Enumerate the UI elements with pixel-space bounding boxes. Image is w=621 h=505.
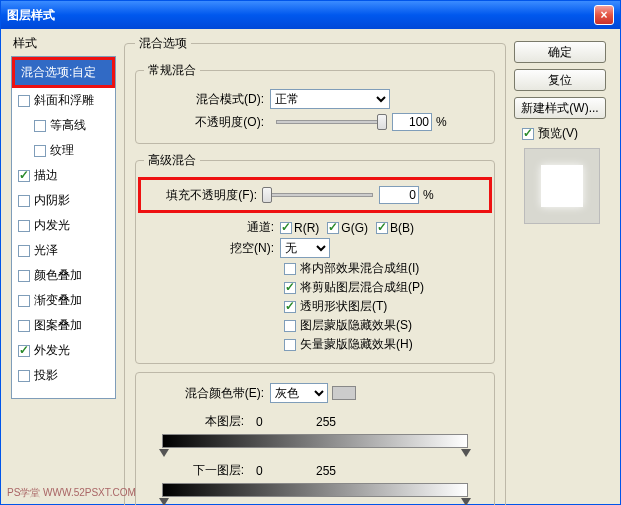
chan-b-label: B(B) — [390, 221, 414, 235]
fill-opacity-input[interactable] — [379, 186, 419, 204]
option-checkbox[interactable] — [284, 263, 296, 275]
style-item-label: 图案叠加 — [34, 317, 82, 334]
style-item[interactable]: 颜色叠加 — [12, 263, 115, 288]
option-label: 将内部效果混合成组(I) — [300, 260, 419, 277]
style-item-label: 渐变叠加 — [34, 292, 82, 309]
style-item-label: 投影 — [34, 367, 58, 384]
blend-options-title: 混合选项 — [135, 35, 191, 52]
style-item[interactable]: 描边 — [12, 163, 115, 188]
style-item-label: 斜面和浮雕 — [34, 92, 94, 109]
style-checkbox[interactable] — [18, 370, 30, 382]
general-blend-title: 常规混合 — [144, 62, 200, 79]
fill-opacity-label: 填充不透明度(F): — [149, 187, 257, 204]
blendif-label: 混合颜色带(E): — [144, 385, 264, 402]
style-checkbox[interactable] — [34, 120, 46, 132]
style-checkbox[interactable] — [18, 345, 30, 357]
opacity-input[interactable] — [392, 113, 432, 131]
style-item[interactable]: 等高线 — [12, 113, 115, 138]
style-checkbox[interactable] — [18, 295, 30, 307]
blend-options-group: 混合选项 常规混合 混合模式(D): 正常 不透明度(O): % — [124, 35, 506, 505]
under-layer-min: 0 — [256, 464, 316, 478]
opacity-label: 不透明度(O): — [144, 114, 264, 131]
option-row: 矢量蒙版隐藏效果(H) — [284, 336, 486, 353]
style-item-label: 描边 — [34, 167, 58, 184]
style-item-label: 颜色叠加 — [34, 267, 82, 284]
style-item-label: 外发光 — [34, 342, 70, 359]
option-label: 将剪贴图层混合成组(P) — [300, 279, 424, 296]
under-layer-gradient[interactable] — [162, 483, 468, 497]
chan-g-checkbox[interactable] — [327, 222, 339, 234]
style-item[interactable]: 光泽 — [12, 238, 115, 263]
style-item[interactable]: 内阴影 — [12, 188, 115, 213]
style-checkbox[interactable] — [18, 245, 30, 257]
blend-mode-select[interactable]: 正常 — [270, 89, 390, 109]
style-checkbox[interactable] — [18, 270, 30, 282]
style-item[interactable]: 渐变叠加 — [12, 288, 115, 313]
fill-opacity-slider[interactable] — [263, 193, 373, 197]
under-layer-max: 255 — [316, 464, 336, 478]
style-checkbox[interactable] — [18, 170, 30, 182]
option-label: 图层蒙版隐藏效果(S) — [300, 317, 412, 334]
option-checkbox[interactable] — [284, 301, 296, 313]
channels-label: 通道: — [144, 219, 274, 236]
style-item[interactable]: 投影 — [12, 363, 115, 388]
style-checkbox[interactable] — [18, 95, 30, 107]
knockout-select[interactable]: 无 — [280, 238, 330, 258]
opacity-slider[interactable] — [276, 120, 386, 124]
chan-g-label: G(G) — [341, 221, 368, 235]
option-checkbox[interactable] — [284, 282, 296, 294]
option-checkbox[interactable] — [284, 320, 296, 332]
blend-mode-label: 混合模式(D): — [144, 91, 264, 108]
style-item-label: 混合选项:自定 — [21, 64, 96, 81]
preview-box — [524, 148, 600, 224]
advanced-blend-group: 高级混合 填充不透明度(F): % 通道: R(R) G(G) B(B) — [135, 152, 495, 364]
style-item-label: 光泽 — [34, 242, 58, 259]
style-item[interactable]: 外发光 — [12, 338, 115, 363]
style-checkbox[interactable] — [34, 145, 46, 157]
option-row: 图层蒙版隐藏效果(S) — [284, 317, 486, 334]
option-checkbox[interactable] — [284, 339, 296, 351]
style-item-label: 等高线 — [50, 117, 86, 134]
new-style-button[interactable]: 新建样式(W)... — [514, 97, 606, 119]
option-row: 将剪贴图层混合成组(P) — [284, 279, 486, 296]
style-checkbox[interactable] — [18, 220, 30, 232]
general-blend-group: 常规混合 混合模式(D): 正常 不透明度(O): % — [135, 62, 495, 144]
option-label: 矢量蒙版隐藏效果(H) — [300, 336, 413, 353]
advanced-blend-title: 高级混合 — [144, 152, 200, 169]
style-item[interactable]: 斜面和浮雕 — [12, 88, 115, 113]
close-icon[interactable]: × — [594, 5, 614, 25]
styles-list: 混合选项:自定斜面和浮雕等高线纹理描边内阴影内发光光泽颜色叠加渐变叠加图案叠加外… — [11, 56, 116, 399]
blendif-group: 混合颜色带(E): 灰色 本图层: 0 255 — [135, 372, 495, 505]
chan-r-checkbox[interactable] — [280, 222, 292, 234]
knockout-label: 挖空(N): — [144, 240, 274, 257]
pct-label: % — [423, 188, 434, 202]
style-item-label: 内发光 — [34, 217, 70, 234]
reset-button[interactable]: 复位 — [514, 69, 606, 91]
watermark: PS学堂 WWW.52PSXT.COM — [7, 486, 136, 500]
preview-label: 预览(V) — [538, 125, 578, 142]
option-row: 透明形状图层(T) — [284, 298, 486, 315]
chan-r-label: R(R) — [294, 221, 319, 235]
style-item[interactable]: 图案叠加 — [12, 313, 115, 338]
preview-checkbox[interactable] — [522, 128, 534, 140]
style-item[interactable]: 内发光 — [12, 213, 115, 238]
style-checkbox[interactable] — [18, 320, 30, 332]
titlebar: 图层样式 × — [1, 1, 620, 29]
pct-label: % — [436, 115, 447, 129]
this-layer-max: 255 — [316, 415, 336, 429]
style-item-label: 纹理 — [50, 142, 74, 159]
this-layer-label: 本图层: — [144, 413, 244, 430]
ok-button[interactable]: 确定 — [514, 41, 606, 63]
this-layer-min: 0 — [256, 415, 316, 429]
style-item-label: 内阴影 — [34, 192, 70, 209]
option-label: 透明形状图层(T) — [300, 298, 387, 315]
style-item[interactable]: 纹理 — [12, 138, 115, 163]
blendif-swatch — [332, 386, 356, 400]
chan-b-checkbox[interactable] — [376, 222, 388, 234]
style-item[interactable]: 混合选项:自定 — [12, 57, 115, 88]
style-checkbox[interactable] — [18, 195, 30, 207]
blendif-select[interactable]: 灰色 — [270, 383, 328, 403]
fill-opacity-highlight: 填充不透明度(F): % — [138, 177, 492, 213]
this-layer-gradient[interactable] — [162, 434, 468, 448]
under-layer-label: 下一图层: — [144, 462, 244, 479]
